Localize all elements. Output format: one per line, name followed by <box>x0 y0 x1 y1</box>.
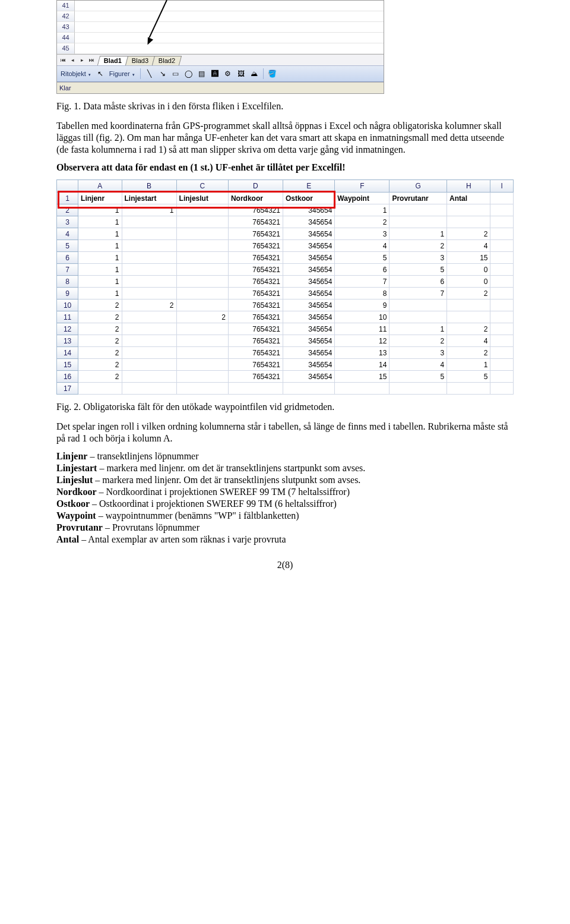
cell[interactable]: 1 <box>78 264 122 276</box>
cell[interactable] <box>176 264 228 276</box>
cell[interactable]: 1 <box>78 288 122 299</box>
cell[interactable] <box>75 22 384 33</box>
cell[interactable] <box>390 204 447 216</box>
figurer-menu[interactable]: Figurer ▼ <box>108 70 137 77</box>
header-cell[interactable]: Linjenr <box>78 193 122 204</box>
row-number[interactable]: 42 <box>57 11 75 22</box>
row-number[interactable]: 44 <box>57 33 75 43</box>
column-header[interactable]: B <box>122 180 176 193</box>
prev-sheet-icon[interactable]: ◂ <box>68 56 77 64</box>
cell[interactable] <box>176 335 228 347</box>
cell[interactable] <box>176 347 228 359</box>
header-cell[interactable]: Linjeslut <box>176 193 228 204</box>
cell[interactable] <box>122 276 176 288</box>
cell[interactable] <box>490 288 514 299</box>
fill-color-icon[interactable]: 🪣 <box>267 68 278 79</box>
sheet-tab-blad2[interactable]: Blad2 <box>152 56 182 65</box>
row-number[interactable]: 2 <box>57 204 78 216</box>
cell[interactable] <box>490 264 514 276</box>
cell[interactable]: 7654321 <box>228 204 283 216</box>
cell[interactable]: 1 <box>78 276 122 288</box>
diagram-icon[interactable]: ⚙ <box>223 68 233 79</box>
cell[interactable]: 6 <box>335 264 390 276</box>
column-header[interactable]: H <box>447 180 490 193</box>
row-number[interactable]: 43 <box>57 22 75 33</box>
arrow-icon[interactable]: ↘ <box>157 68 168 79</box>
cell[interactable]: 7654321 <box>228 359 283 371</box>
cell[interactable] <box>447 299 490 311</box>
cell[interactable]: 4 <box>447 240 490 252</box>
cell[interactable]: 5 <box>390 371 447 383</box>
cell[interactable] <box>75 33 384 43</box>
cell[interactable] <box>228 383 283 395</box>
cell[interactable]: 345654 <box>283 216 334 228</box>
cell[interactable]: 12 <box>335 335 390 347</box>
clipart-icon[interactable]: 🖼 <box>236 68 246 79</box>
row-number[interactable]: 1 <box>57 193 78 204</box>
cell[interactable]: 7654321 <box>228 276 283 288</box>
row-number[interactable]: 10 <box>57 299 78 311</box>
cell[interactable] <box>447 204 490 216</box>
cell[interactable] <box>490 228 514 240</box>
cell[interactable] <box>122 228 176 240</box>
column-header[interactable]: G <box>390 180 447 193</box>
cell[interactable]: 15 <box>447 252 490 264</box>
cell[interactable] <box>122 359 176 371</box>
column-header[interactable]: D <box>228 180 283 193</box>
cell[interactable]: 2 <box>78 323 122 335</box>
cell[interactable]: 0 <box>447 276 490 288</box>
cell[interactable] <box>176 359 228 371</box>
cell[interactable] <box>390 299 447 311</box>
cell[interactable]: 7654321 <box>228 335 283 347</box>
cell[interactable]: 1 <box>390 228 447 240</box>
cell[interactable]: 7654321 <box>228 299 283 311</box>
cell[interactable] <box>490 299 514 311</box>
cell[interactable]: 0 <box>447 264 490 276</box>
cell[interactable]: 2 <box>78 311 122 323</box>
cell[interactable] <box>75 11 384 22</box>
cell[interactable]: 2 <box>176 311 228 323</box>
cell[interactable]: 14 <box>335 359 390 371</box>
row-number[interactable]: 41 <box>57 1 75 11</box>
row-number[interactable]: 15 <box>57 359 78 371</box>
cell[interactable]: 2 <box>122 299 176 311</box>
wordart-icon[interactable]: 🅰 <box>210 68 220 79</box>
cell[interactable]: 7654321 <box>228 252 283 264</box>
header-cell[interactable]: Antal <box>447 193 490 204</box>
cell[interactable]: 345654 <box>283 240 334 252</box>
cell[interactable] <box>176 204 228 216</box>
cell[interactable]: 345654 <box>283 311 334 323</box>
header-cell[interactable]: Ostkoor <box>283 193 334 204</box>
row-number[interactable]: 3 <box>57 216 78 228</box>
cell[interactable] <box>122 252 176 264</box>
cell[interactable]: 2 <box>335 216 390 228</box>
cell[interactable]: 1 <box>447 359 490 371</box>
cell[interactable]: 2 <box>447 288 490 299</box>
cell[interactable] <box>122 371 176 383</box>
cell[interactable] <box>176 383 228 395</box>
cell[interactable]: 5 <box>390 264 447 276</box>
cell[interactable]: 1 <box>78 204 122 216</box>
cell[interactable] <box>447 216 490 228</box>
cell[interactable]: 6 <box>390 276 447 288</box>
cell[interactable]: 1 <box>335 204 390 216</box>
cell[interactable]: 4 <box>447 335 490 347</box>
cell[interactable]: 345654 <box>283 204 334 216</box>
cell[interactable]: 2 <box>447 347 490 359</box>
row-number[interactable]: 16 <box>57 371 78 383</box>
cell[interactable] <box>490 335 514 347</box>
cell[interactable]: 3 <box>390 347 447 359</box>
cell[interactable]: 1 <box>78 228 122 240</box>
cell[interactable] <box>75 1 384 11</box>
row-number[interactable]: 14 <box>57 347 78 359</box>
cell[interactable] <box>335 383 390 395</box>
cell[interactable] <box>490 371 514 383</box>
cell[interactable] <box>122 216 176 228</box>
cell[interactable]: 2 <box>390 335 447 347</box>
cell[interactable] <box>78 383 122 395</box>
select-all-corner[interactable] <box>57 180 78 193</box>
cell[interactable]: 345654 <box>283 299 334 311</box>
row-number[interactable]: 45 <box>57 43 75 54</box>
cell[interactable]: 5 <box>447 371 490 383</box>
cell[interactable]: 345654 <box>283 264 334 276</box>
